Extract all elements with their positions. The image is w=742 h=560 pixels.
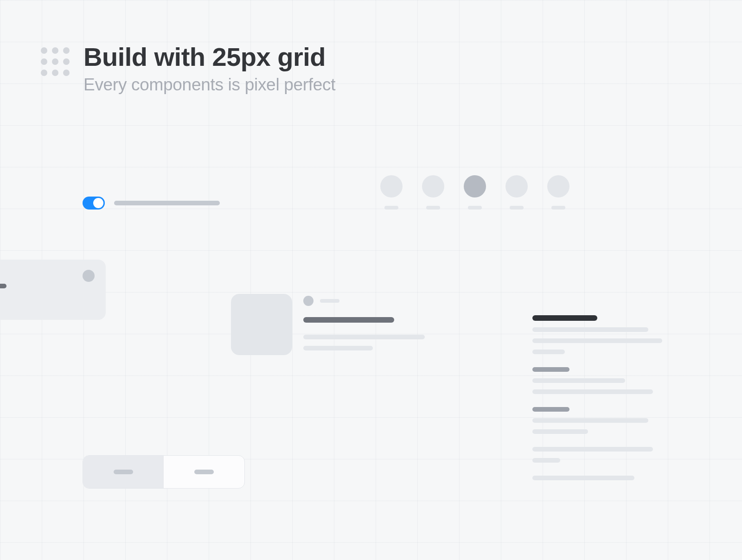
media-text-line [303, 335, 425, 339]
text-block-wireframe [532, 315, 672, 480]
media-title-placeholder [303, 317, 394, 323]
toggle-row [83, 197, 220, 210]
tb-subheading-placeholder [532, 407, 569, 412]
avatar-label-placeholder [426, 206, 440, 210]
tb-heading-placeholder [532, 315, 597, 321]
tb-line [532, 378, 625, 383]
avatar-item[interactable] [547, 175, 569, 210]
media-block [231, 294, 425, 355]
avatar [505, 175, 528, 197]
avatar [547, 175, 569, 197]
page-title: Build with 25px grid [83, 43, 335, 71]
avatar-label-placeholder [510, 206, 524, 210]
author-avatar [303, 296, 313, 306]
author-name-placeholder [320, 299, 339, 303]
segment-label-placeholder [194, 470, 214, 474]
tb-line [532, 447, 653, 452]
tb-line [532, 429, 588, 434]
grid-icon [41, 47, 70, 76]
tb-line [532, 476, 634, 480]
card-status-dot [83, 270, 95, 282]
segment-label-placeholder [114, 470, 133, 474]
header: Build with 25px grid Every components is… [41, 43, 335, 95]
toggle-label-placeholder [114, 201, 220, 205]
card-title-placeholder [0, 284, 6, 288]
avatar-item[interactable] [422, 175, 444, 210]
toggle-switch[interactable] [83, 197, 105, 210]
tb-line [532, 350, 565, 354]
avatar-item[interactable] [505, 175, 528, 210]
segment-option[interactable] [164, 456, 244, 488]
avatar-label-placeholder [384, 206, 398, 210]
tb-line [532, 418, 648, 423]
avatar-row [380, 175, 569, 210]
tb-line [532, 327, 648, 332]
tb-line [532, 458, 560, 463]
tb-subheading-placeholder [532, 367, 569, 372]
segmented-control [83, 455, 245, 489]
avatar-item[interactable] [464, 175, 486, 210]
page-subtitle: Every components is pixel perfect [83, 75, 335, 95]
avatar-label-placeholder [551, 206, 565, 210]
card-wireframe[interactable] [0, 260, 106, 320]
tb-line [532, 338, 662, 343]
avatar [380, 175, 403, 197]
tb-line [532, 389, 653, 394]
media-meta [303, 296, 425, 306]
media-text-line [303, 346, 373, 350]
avatar-item[interactable] [380, 175, 403, 210]
avatar [422, 175, 444, 197]
segment-option[interactable] [83, 456, 164, 488]
media-thumbnail[interactable] [231, 294, 292, 355]
avatar-label-placeholder [468, 206, 482, 210]
avatar-active [464, 175, 486, 197]
toggle-knob [93, 198, 103, 208]
